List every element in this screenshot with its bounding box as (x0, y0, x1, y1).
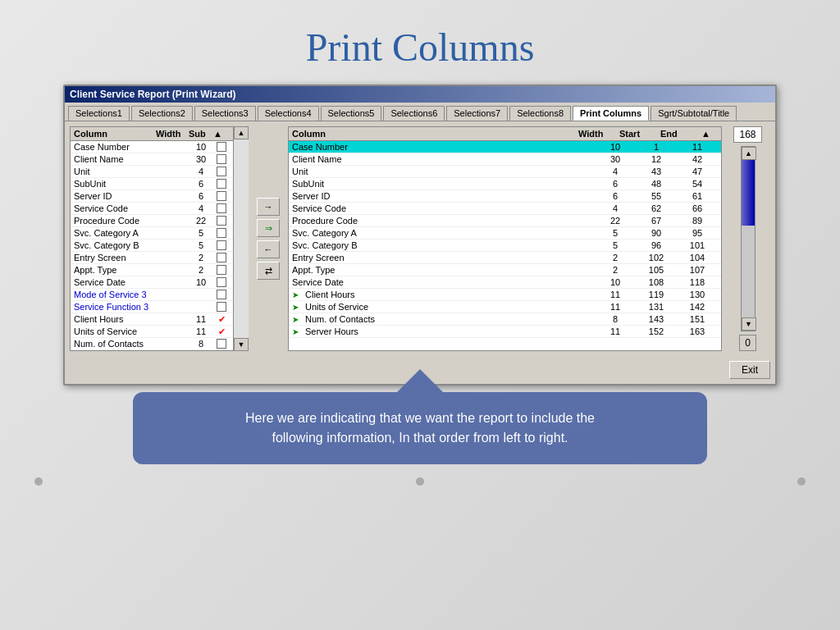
callout-box: Here we are indicating that we want the … (133, 392, 707, 464)
tab-sort-subtotal[interactable]: Sgrt/Subtotal/Title (651, 106, 737, 121)
list-item[interactable]: Procedure Code 22 (71, 215, 233, 227)
scroll-track (234, 139, 249, 338)
arrow-panel: → ⇒ ← ⇄ (253, 126, 283, 351)
list-item[interactable]: Svc. Category A 5 (71, 227, 233, 240)
checkbox[interactable] (217, 228, 226, 238)
list-item[interactable]: Case Number 10 1 11 (289, 141, 721, 153)
checkbox[interactable] (217, 265, 226, 275)
scroll-up-right-button[interactable]: ▲ (742, 147, 756, 160)
list-item[interactable]: Service Date 10 108 118 (289, 276, 721, 289)
list-item[interactable]: Unit 4 43 47 (289, 166, 721, 178)
checkbox[interactable] (217, 179, 226, 189)
list-item[interactable]: Service Code 4 62 66 (289, 203, 721, 215)
scroll-down-right-button[interactable]: ▼ (742, 317, 756, 331)
content-area: Column Width Sub ▲ Case Number 10 Client… (65, 121, 775, 356)
list-item[interactable]: Procedure Code 22 67 89 (289, 215, 721, 227)
right-start-header: Start (619, 129, 660, 139)
list-item[interactable]: Service Code 4 (71, 203, 233, 215)
main-window: Client Service Report (Print Wizard) Sel… (63, 84, 777, 386)
list-item[interactable]: SubUnit 6 (71, 178, 233, 190)
tab-print-columns[interactable]: Print Columns (573, 106, 649, 121)
swap-arrow-button[interactable]: ⇄ (257, 262, 280, 280)
green-arrow-icon: ➤ (292, 303, 305, 312)
list-item[interactable]: Unit 4 (71, 166, 233, 178)
list-item[interactable]: Svc. Category A 5 90 95 (289, 227, 721, 240)
slide-dot-1 (34, 477, 43, 486)
left-width-header: Width (156, 129, 189, 139)
checkbox[interactable] (217, 203, 226, 213)
list-item[interactable]: Entry Screen 2 (71, 252, 233, 264)
list-item[interactable]: Num. of Contacts 8 (71, 338, 233, 350)
left-sub-header: Sub (189, 129, 213, 139)
checkbox[interactable] (217, 253, 226, 262)
checkbox[interactable] (217, 191, 226, 201)
tab-selections6[interactable]: Selections6 (383, 106, 445, 121)
list-item[interactable]: Server ID 6 (71, 190, 233, 203)
list-item[interactable]: Entry Screen 2 102 104 (289, 252, 721, 264)
list-item[interactable]: Server ID 6 55 61 (289, 190, 721, 203)
list-item[interactable]: Svc. Category B 5 96 101 (289, 240, 721, 252)
checkbox[interactable] (217, 216, 226, 226)
checkbox[interactable] (217, 290, 226, 299)
list-item[interactable]: SubUnit 6 48 54 (289, 178, 721, 190)
list-item[interactable]: Client Name 30 12 42 (289, 153, 721, 166)
dots-bar (26, 477, 814, 486)
right-col-header: Column (292, 129, 578, 139)
scroll-down-button[interactable]: ▼ (234, 338, 249, 351)
list-item[interactable]: Units of Service 11 ✔ (71, 326, 233, 338)
right-width-header: Width (578, 129, 619, 139)
list-item[interactable]: Service Function 3 (71, 301, 233, 313)
left-scrollbar[interactable]: ▲ ▼ (234, 126, 249, 351)
list-item[interactable]: Client Name 30 (71, 153, 233, 166)
checkbox[interactable] (217, 277, 226, 287)
checkbox[interactable] (217, 142, 226, 152)
list-item[interactable]: Appt. Type 2 (71, 264, 233, 276)
left-rows: Case Number 10 Client Name 30 Unit 4 (71, 141, 233, 350)
scroll-up-button[interactable]: ▲ (234, 126, 249, 139)
tab-selections5[interactable]: Selections5 (321, 106, 382, 121)
remove-arrow-button[interactable]: ← (257, 240, 280, 258)
right-rows: Case Number 10 1 11 Client Name 30 12 42… (289, 141, 721, 350)
list-item[interactable]: Svc. Category B 5 (71, 240, 233, 252)
callout-text-line1: Here we are indicating that we want the … (245, 411, 595, 425)
checkbox[interactable] (217, 339, 226, 349)
list-item[interactable]: ➤ Units of Service 11 131 142 (289, 301, 721, 313)
checkbox[interactable] (217, 302, 226, 312)
list-item[interactable]: ➤ Client Hours 11 119 130 (289, 289, 721, 301)
tab-selections8[interactable]: Selections8 (509, 106, 571, 121)
callout-container: Here we are indicating that we want the … (112, 392, 728, 464)
left-col-header: Column (74, 129, 156, 139)
green-arrow-icon: ➤ (292, 315, 305, 324)
checkbox[interactable] (217, 167, 226, 176)
list-item[interactable]: ➤ Num. of Contacts 8 143 151 (289, 313, 721, 326)
checkbox[interactable] (217, 154, 226, 164)
tab-selections4[interactable]: Selections4 (258, 106, 319, 121)
checkbox[interactable] (217, 240, 226, 250)
add-arrow-button[interactable]: → (257, 198, 280, 216)
list-item[interactable]: ➤ Server Hours 11 152 163 (289, 326, 721, 338)
list-item[interactable]: Client Hours 11 ✔ (71, 313, 233, 326)
slide-dot-3 (797, 477, 806, 486)
number-display-zero: 0 (739, 335, 756, 351)
tab-selections1[interactable]: Selections1 (68, 106, 130, 121)
list-item[interactable]: Service Date 10 (71, 276, 233, 289)
callout-text-line2: following information, In that order fro… (272, 431, 568, 445)
tab-selections7[interactable]: Selections7 (446, 106, 508, 121)
left-panel: Column Width Sub ▲ Case Number 10 Client… (70, 126, 234, 351)
list-item[interactable]: Mode of Service 3 (71, 289, 233, 301)
checkbox-checked[interactable]: ✔ (217, 314, 226, 324)
list-item[interactable]: Appt. Type 2 105 107 (289, 264, 721, 276)
left-scroll-header: ▲ (213, 129, 230, 139)
tab-selections2[interactable]: Selections2 (131, 106, 193, 121)
right-scroll-track (742, 160, 755, 317)
list-item[interactable]: Case Number 10 (71, 141, 233, 153)
left-panel-header: Column Width Sub ▲ (71, 127, 233, 141)
add-all-arrow-button[interactable]: ⇒ (257, 219, 280, 237)
checkbox-checked[interactable]: ✔ (217, 326, 226, 336)
green-arrow-icon: ➤ (292, 327, 305, 336)
tab-selections3[interactable]: Selections3 (194, 106, 256, 121)
exit-button[interactable]: Exit (729, 361, 770, 379)
right-end-header: End (660, 129, 701, 139)
scroll-thumb (742, 160, 755, 226)
page-title: Print Columns (306, 25, 535, 70)
